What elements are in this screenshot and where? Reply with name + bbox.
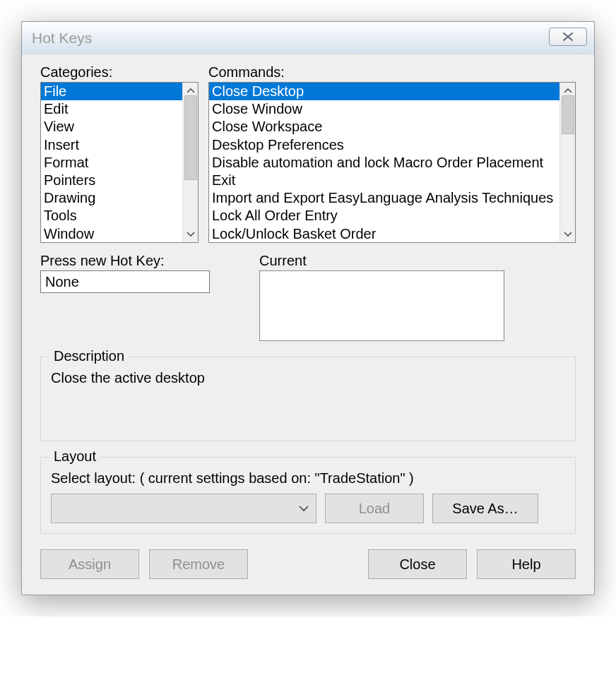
dialog-title: Hot Keys — [32, 30, 92, 47]
spacer — [258, 549, 358, 579]
press-new-column: Press new Hot Key: — [40, 253, 231, 341]
press-new-input[interactable] — [40, 270, 210, 293]
scroll-up-icon[interactable] — [183, 85, 198, 95]
list-item[interactable]: Exit — [209, 172, 559, 189]
list-item[interactable]: Pointers — [41, 172, 182, 189]
list-item[interactable]: File — [41, 83, 182, 100]
list-item[interactable]: Tools — [41, 207, 182, 225]
press-new-label: Press new Hot Key: — [40, 253, 231, 269]
list-item[interactable]: Close Workspace — [209, 118, 559, 136]
close-icon — [562, 32, 574, 41]
help-button[interactable]: Help — [477, 549, 576, 579]
commands-listbox[interactable]: Close DesktopClose WindowClose Workspace… — [208, 82, 576, 243]
lists-row: Categories: FileEditViewInsertFormatPoin… — [40, 64, 576, 243]
categories-listbox[interactable]: FileEditViewInsertFormatPointersDrawingT… — [40, 82, 199, 243]
list-item[interactable]: Format — [41, 154, 182, 172]
categories-column: Categories: FileEditViewInsertFormatPoin… — [40, 64, 199, 243]
layout-group: Layout Select layout: ( current settings… — [40, 457, 576, 534]
titlebar: Hot Keys — [22, 22, 594, 54]
list-item[interactable]: Lock/Unlock Basket Order — [209, 225, 559, 243]
list-item[interactable]: Lock All Order Entry — [209, 207, 559, 225]
close-window-button[interactable] — [549, 28, 587, 46]
description-text: Close the active desktop — [51, 370, 565, 431]
current-column: Current — [259, 253, 576, 341]
hotkey-row: Press new Hot Key: Current — [40, 253, 576, 341]
remove-button[interactable]: Remove — [149, 549, 248, 579]
list-item[interactable]: Insert — [41, 136, 182, 154]
description-group: Description Close the active desktop — [40, 357, 576, 441]
list-item[interactable]: Window — [41, 225, 182, 243]
commands-column: Commands: Close DesktopClose WindowClose… — [208, 64, 576, 243]
select-layout-label: Select layout: ( current settings based … — [51, 470, 565, 487]
layout-combobox[interactable] — [51, 494, 316, 523]
commands-scrollbar[interactable] — [559, 83, 575, 242]
layout-row: Load Save As… — [51, 494, 565, 523]
current-listbox[interactable] — [259, 270, 504, 341]
list-item[interactable]: View — [41, 118, 182, 136]
current-label: Current — [259, 253, 576, 269]
list-item[interactable]: Edit — [41, 100, 182, 118]
close-button[interactable]: Close — [368, 549, 467, 579]
load-button[interactable]: Load — [325, 494, 424, 523]
bottom-button-row: Assign Remove Close Help — [40, 549, 576, 579]
categories-label: Categories: — [40, 64, 199, 80]
scroll-thumb[interactable] — [562, 95, 574, 134]
description-title: Description — [49, 348, 129, 364]
list-item[interactable]: Close Desktop — [209, 83, 559, 100]
hotkeys-dialog: Hot Keys Categories: FileEditViewInsertF… — [21, 21, 595, 595]
list-item[interactable]: Desktop Preferences — [209, 136, 559, 154]
chevron-down-icon — [299, 505, 309, 512]
scroll-down-icon[interactable] — [560, 229, 575, 239]
scroll-down-icon[interactable] — [183, 229, 198, 239]
scroll-up-icon[interactable] — [560, 85, 575, 95]
assign-button[interactable]: Assign — [40, 549, 139, 579]
list-item[interactable]: Disable automation and lock Macro Order … — [209, 154, 559, 172]
scroll-thumb[interactable] — [184, 95, 197, 180]
categories-scrollbar[interactable] — [182, 83, 198, 242]
dialog-body: Categories: FileEditViewInsertFormatPoin… — [22, 54, 594, 595]
layout-title: Layout — [49, 448, 100, 465]
list-item[interactable]: Close Window — [209, 100, 559, 118]
list-item[interactable]: Import and Export EasyLanguage Analysis … — [209, 189, 559, 207]
save-as-button[interactable]: Save As… — [432, 494, 538, 523]
commands-label: Commands: — [208, 64, 576, 80]
list-item[interactable]: Drawing — [41, 189, 182, 207]
